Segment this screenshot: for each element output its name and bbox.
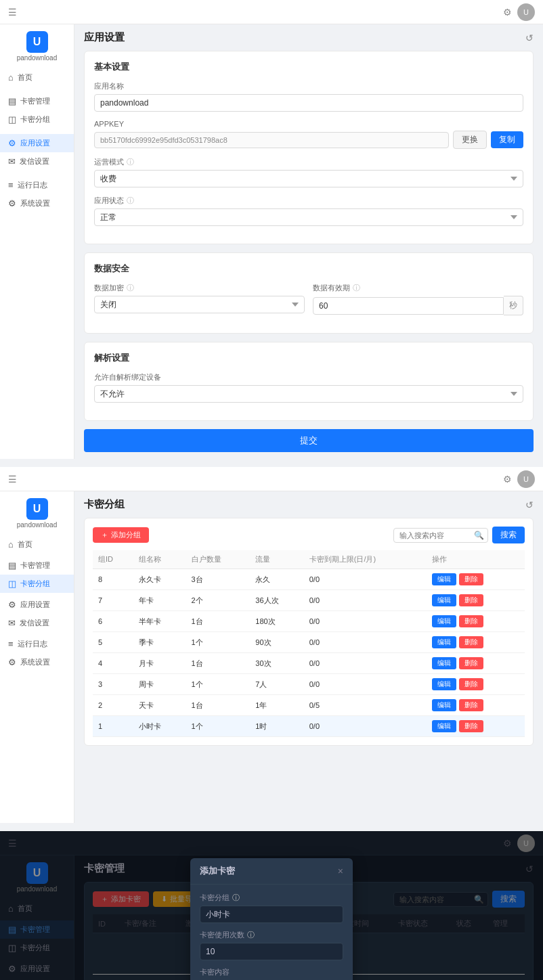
- app-name-item: 应用名称: [94, 81, 523, 112]
- sidebar-item-appsettings-2[interactable]: ⚙ 应用设置: [0, 596, 74, 614]
- syssettings-icon-1: ⚙: [8, 198, 16, 208]
- sidebar-item-home-2[interactable]: ⌂ 首页: [0, 535, 74, 554]
- app-status-select[interactable]: 正常: [94, 208, 523, 226]
- run-mode-select[interactable]: 收费: [94, 170, 523, 187]
- avatar-1[interactable]: U: [517, 3, 535, 21]
- table-row: 2 天卡 1台 1年 0/5 编辑 删除: [93, 695, 525, 716]
- settings-icon-2[interactable]: ⚙: [503, 474, 512, 485]
- modal-header: 添加卡密 ×: [190, 858, 353, 885]
- sidebar-item-cardmgr-2[interactable]: ▤ 卡密管理: [0, 556, 74, 575]
- sidebar-label-appsettings-1: 应用设置: [20, 138, 50, 148]
- sidebar-item-home-1[interactable]: ⌂ 首页: [0, 68, 74, 87]
- sidebar-item-appsettings-1[interactable]: ⚙ 应用设置: [0, 134, 74, 152]
- cell-name: 年卡: [133, 590, 186, 611]
- edit-btn[interactable]: 编辑: [432, 573, 456, 585]
- sidebar-item-syssettings-1[interactable]: ⚙ 系统设置: [0, 194, 74, 213]
- app-status-item: 应用状态 ⓘ 正常: [94, 196, 523, 226]
- cell-id: 2: [93, 695, 133, 716]
- modal-content-item: 卡密内容: [200, 967, 343, 980]
- cardmgr-icon-1: ▤: [8, 96, 16, 106]
- sidebar-label-syssettings-1: 系统设置: [20, 198, 50, 208]
- sidebar-label-runlogs-1: 运行日志: [18, 180, 47, 190]
- cell-users: 1台: [186, 653, 251, 674]
- app-name-label: 应用名称: [94, 81, 523, 91]
- menu-icon-2[interactable]: ☰: [8, 474, 17, 485]
- cell-limit: 0/5: [304, 695, 427, 716]
- menu-icon-1[interactable]: ☰: [8, 7, 17, 18]
- topbar-2: ☰ ⚙ U: [0, 467, 543, 491]
- table-row: 5 季卡 1个 90次 0/0 编辑 删除: [93, 632, 525, 653]
- cell-users: 1个: [186, 632, 251, 653]
- modal-close-btn[interactable]: ×: [338, 866, 343, 876]
- cardsplit-icon-2: ◫: [8, 579, 16, 589]
- encrypt-select[interactable]: 关闭: [94, 296, 305, 313]
- add-group-btn[interactable]: ＋ 添加分组: [93, 527, 149, 543]
- delete-btn[interactable]: 删除: [459, 657, 483, 669]
- cell-actions: 编辑 删除: [427, 716, 525, 737]
- app-name-input[interactable]: [94, 94, 523, 112]
- edit-btn[interactable]: 编辑: [432, 594, 456, 606]
- cell-actions: 编辑 删除: [427, 695, 525, 716]
- refresh-icon-1[interactable]: ↺: [525, 32, 534, 43]
- modal-type-select[interactable]: 小时卡: [200, 906, 343, 923]
- sidebar-item-runlogs-1[interactable]: ≡ 运行日志: [0, 176, 74, 194]
- sidebar-label-home-2: 首页: [18, 539, 32, 550]
- cell-name: 季卡: [133, 632, 186, 653]
- section1-container: ☰ ⚙ U U pandownload ⌂ 首页 ▤ 卡密管理 ◫ 卡密分组: [0, 0, 543, 459]
- sidebar-item-cardmgr-1[interactable]: ▤ 卡密管理: [0, 92, 74, 110]
- avatar-2[interactable]: U: [517, 470, 535, 488]
- delete-btn[interactable]: 删除: [459, 615, 483, 627]
- edit-btn[interactable]: 编辑: [432, 699, 456, 711]
- sidebar-divider-1: [0, 87, 16, 92]
- submit-btn-1[interactable]: 提交: [84, 429, 534, 452]
- replace-btn[interactable]: 更换: [453, 131, 487, 149]
- device-item: 允许自解析绑定设备 不允许: [94, 372, 523, 403]
- edit-btn[interactable]: 编辑: [432, 678, 456, 690]
- delete-btn[interactable]: 删除: [459, 678, 483, 690]
- sidebar-item-sendsettings-2[interactable]: ✉ 发信设置: [0, 614, 74, 632]
- modal-count-input[interactable]: [200, 943, 343, 960]
- delete-btn[interactable]: 删除: [459, 594, 483, 606]
- modal-type-item: 卡密分组 ⓘ 小时卡: [200, 893, 343, 923]
- settings-icon-1[interactable]: ⚙: [503, 7, 512, 18]
- logo-text-2: pandownload: [17, 521, 58, 529]
- cell-actions: 编辑 删除: [427, 674, 525, 695]
- run-mode-hint: ⓘ: [127, 157, 134, 167]
- page-header-2: 卡密分组 ↺: [84, 498, 534, 511]
- edit-btn[interactable]: 编辑: [432, 615, 456, 627]
- copy-btn[interactable]: 复制: [491, 131, 523, 148]
- sidebar-item-cardsplit-1[interactable]: ◫ 卡密分组: [0, 110, 74, 129]
- delete-btn[interactable]: 删除: [459, 699, 483, 711]
- col-traffic: 流量: [250, 550, 303, 569]
- sidebar-item-syssettings-2[interactable]: ⚙ 系统设置: [0, 653, 74, 671]
- sidebar-item-runlogs-2[interactable]: ≡ 运行日志: [0, 635, 74, 653]
- edit-btn[interactable]: 编辑: [432, 636, 456, 648]
- basic-settings-title: 基本设置: [94, 61, 523, 73]
- edit-btn[interactable]: 编辑: [432, 720, 456, 732]
- data-security-card: 数据安全 数据加密 ⓘ 关闭 数据有效期 ⓘ: [84, 252, 534, 334]
- cell-name: 月卡: [133, 653, 186, 674]
- sendsettings-icon-2: ✉: [8, 618, 16, 628]
- search-btn-2[interactable]: 搜索: [492, 527, 525, 543]
- expire-input[interactable]: [313, 297, 504, 315]
- device-select[interactable]: 不允许: [94, 385, 523, 403]
- delete-btn[interactable]: 删除: [459, 573, 483, 585]
- sidebar-divider-2: [0, 129, 16, 134]
- cell-limit: 0/0: [304, 674, 427, 695]
- refresh-icon-2[interactable]: ↺: [525, 499, 534, 510]
- cell-name: 周卡: [133, 674, 186, 695]
- parse-settings-card: 解析设置 允许自解析绑定设备 不允许: [84, 342, 534, 421]
- sidebar-item-sendsettings-1[interactable]: ✉ 发信设置: [0, 152, 74, 171]
- cell-users: 1个: [186, 716, 251, 737]
- edit-btn[interactable]: 编辑: [432, 657, 456, 669]
- modal-count-label: 卡密使用次数 ⓘ: [200, 930, 343, 940]
- sidebar-label-cardsplit-1: 卡密分组: [20, 114, 50, 125]
- delete-btn[interactable]: 删除: [459, 720, 483, 732]
- cell-name: 天卡: [133, 695, 186, 716]
- cell-traffic: 永久: [250, 569, 303, 590]
- delete-btn[interactable]: 删除: [459, 636, 483, 648]
- cell-users: 1台: [186, 611, 251, 632]
- home-icon-1: ⌂: [8, 72, 14, 83]
- col-name: 组名称: [133, 550, 186, 569]
- sidebar-item-cardsplit-2[interactable]: ◫ 卡密分组: [0, 575, 74, 593]
